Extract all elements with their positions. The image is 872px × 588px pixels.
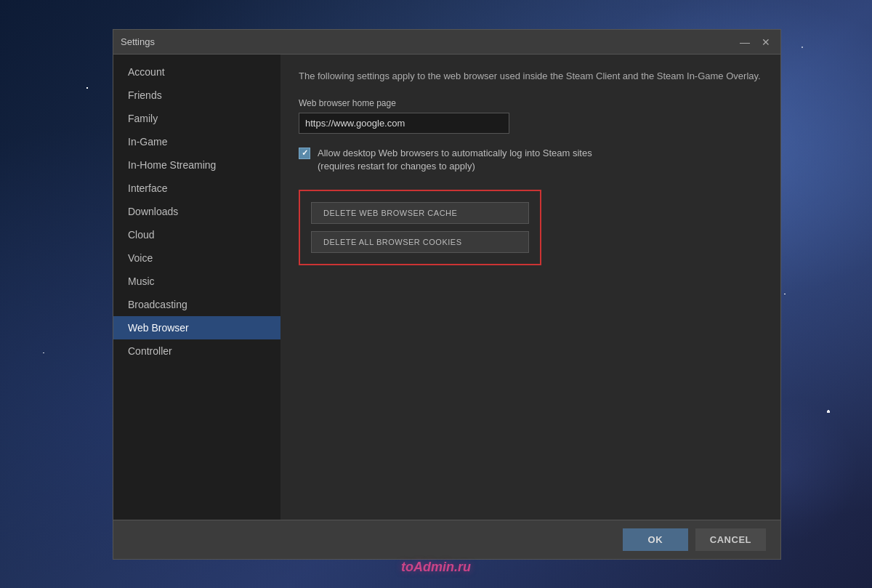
sidebar-item-interface[interactable]: Interface <box>113 177 280 200</box>
home-page-label: Web browser home page <box>299 98 762 108</box>
sidebar-item-in-game[interactable]: In-Game <box>113 130 280 153</box>
cancel-button[interactable]: CANCEL <box>695 528 766 551</box>
delete-cache-button[interactable]: DELETE WEB BROWSER CACHE <box>311 202 529 224</box>
sidebar-item-friends[interactable]: Friends <box>113 84 280 107</box>
sidebar-item-voice[interactable]: Voice <box>113 246 280 270</box>
minimize-button[interactable]: — <box>737 36 753 49</box>
sidebar-item-controller[interactable]: Controller <box>113 339 280 363</box>
titlebar-controls: — ✕ <box>737 36 773 49</box>
main-panel: The following settings apply to the web … <box>280 55 780 520</box>
close-button[interactable]: ✕ <box>759 36 773 49</box>
description-text: The following settings apply to the web … <box>299 69 762 84</box>
sidebar-item-music[interactable]: Music <box>113 270 280 293</box>
sidebar-item-web-browser[interactable]: Web Browser <box>113 316 280 339</box>
checkbox-label: Allow desktop Web browsers to automatica… <box>318 147 592 173</box>
sidebar-item-in-home-streaming[interactable]: In-Home Streaming <box>113 153 280 177</box>
sidebar: Account Friends Family In-Game In-Home S… <box>113 55 280 520</box>
ok-button[interactable]: OK <box>623 528 688 551</box>
settings-window: Settings — ✕ Account Friends Family In-G… <box>113 29 781 560</box>
checkbox-row: Allow desktop Web browsers to automatica… <box>299 147 762 173</box>
footer: OK CANCEL <box>113 520 780 559</box>
delete-cookies-button[interactable]: DELETE ALL BROWSER COOKIES <box>311 231 529 253</box>
sidebar-item-account[interactable]: Account <box>113 60 280 84</box>
window-title: Settings <box>121 36 155 47</box>
auto-login-checkbox[interactable] <box>299 148 310 159</box>
sidebar-item-cloud[interactable]: Cloud <box>113 223 280 246</box>
home-page-input[interactable] <box>299 113 509 134</box>
titlebar: Settings — ✕ <box>113 30 780 55</box>
sidebar-item-downloads[interactable]: Downloads <box>113 200 280 223</box>
sidebar-item-family[interactable]: Family <box>113 107 280 130</box>
window-content: Account Friends Family In-Game In-Home S… <box>113 55 780 520</box>
sidebar-item-broadcasting[interactable]: Broadcasting <box>113 293 280 316</box>
highlighted-section: DELETE WEB BROWSER CACHE DELETE ALL BROW… <box>299 190 541 265</box>
